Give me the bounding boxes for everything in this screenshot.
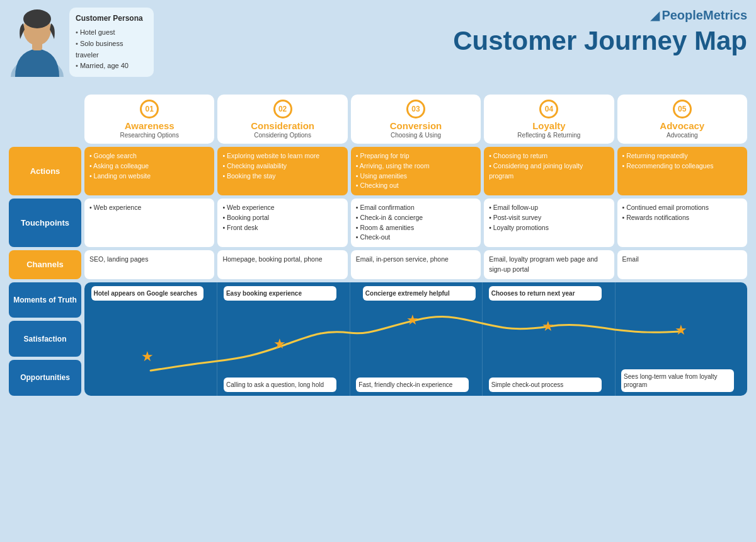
action-1-1: Google search bbox=[89, 151, 209, 161]
phase-subtitle-2: Considering Options bbox=[221, 132, 343, 139]
action-3-1: Preparing for trip bbox=[356, 151, 476, 161]
action-3-3: Using amenities bbox=[356, 171, 476, 182]
tp-4-1: Email follow-up bbox=[489, 203, 609, 213]
tp-1-1: Web experience bbox=[89, 203, 209, 213]
phase-title-2: Consideration bbox=[221, 120, 343, 132]
phase-headers-row: 01 Awareness Researching Options 02 Cons… bbox=[9, 95, 747, 144]
actions-list-3: Preparing for trip Arriving, using the r… bbox=[356, 151, 476, 191]
touchpoints-cell-1: Web experience bbox=[84, 199, 214, 247]
touchpoints-label: Touchpoints bbox=[9, 199, 81, 247]
tp-2-2: Booking portal bbox=[222, 213, 342, 223]
phase-header-2: 02 Consideration Considering Options bbox=[217, 95, 347, 144]
action-2-1: Exploring website to learn more bbox=[222, 151, 342, 161]
channels-cell-5: Email bbox=[617, 250, 747, 279]
actions-cell-2: Exploring website to learn more Checking… bbox=[217, 147, 347, 195]
phase-title-3: Conversion bbox=[355, 120, 477, 132]
channels-cell-1: SEO, landing pages bbox=[84, 250, 214, 279]
actions-cell-3: Preparing for trip Arriving, using the r… bbox=[351, 147, 481, 195]
touchpoints-list-1: Web experience bbox=[89, 203, 209, 213]
phase-title-1: Awareness bbox=[88, 120, 210, 132]
opp-box-3: Fast, friendly check-in experience bbox=[356, 378, 469, 392]
opp-box-2: Calling to ask a question, long hold bbox=[224, 378, 336, 392]
persona-item-1: Hotel guest bbox=[76, 27, 147, 38]
main-container: Customer Persona Hotel guest Solo busine… bbox=[0, 0, 756, 542]
action-5-2: Recommending to colleagues bbox=[622, 161, 742, 171]
brand-arrow-icon: ◢ bbox=[650, 8, 660, 23]
actions-label: Actions bbox=[9, 147, 81, 195]
tp-3-3: Room & amenities bbox=[356, 223, 476, 233]
phase-number-1: 01 bbox=[140, 100, 159, 118]
channels-row: Channels SEO, landing pages Homepage, bo… bbox=[9, 250, 747, 279]
page-title: Customer Journey Map bbox=[453, 26, 747, 55]
action-4-1: Choosing to return bbox=[489, 151, 609, 161]
channels-cell-2: Homepage, booking portal, phone bbox=[217, 250, 347, 279]
phase-title-4: Loyalty bbox=[488, 120, 610, 132]
persona-list: Hotel guest Solo business traveler Marri… bbox=[76, 27, 147, 71]
actions-list-1: Google search Asking a colleague Landing… bbox=[89, 151, 209, 181]
persona-section: Customer Persona Hotel guest Solo busine… bbox=[9, 8, 154, 77]
tp-4-3: Loyalty promotions bbox=[489, 223, 609, 233]
tp-3-4: Check-out bbox=[356, 233, 476, 243]
actions-list-4: Choosing to return Considering and joini… bbox=[489, 151, 609, 181]
opp-box-5: Sees long-term value from loyalty progra… bbox=[621, 369, 734, 392]
satisfaction-label: Satisfaction bbox=[9, 321, 81, 357]
actions-cell-4: Choosing to return Considering and joini… bbox=[484, 147, 614, 195]
tp-2-1: Web experience bbox=[222, 203, 342, 213]
action-5-1: Returning repeatedly bbox=[622, 151, 742, 161]
touchpoints-list-3: Email confirmation Check-in & concierge … bbox=[356, 203, 476, 243]
actions-cell-1: Google search Asking a colleague Landing… bbox=[84, 147, 214, 195]
action-1-3: Landing on website bbox=[89, 171, 209, 182]
phase-title-5: Advocacy bbox=[621, 120, 743, 132]
tp-5-2: Rewards notifications bbox=[622, 213, 742, 223]
action-4-2: Considering and joining loyalty program bbox=[489, 161, 609, 182]
touchpoints-cell-3: Email confirmation Check-in & concierge … bbox=[351, 199, 481, 247]
touchpoints-list-4: Email follow-up Post-visit survey Loyalt… bbox=[489, 203, 609, 233]
actions-list-5: Returning repeatedly Recommending to col… bbox=[622, 151, 742, 171]
avatar bbox=[9, 8, 66, 77]
touchpoints-cell-4: Email follow-up Post-visit survey Loyalt… bbox=[484, 199, 614, 247]
channels-label: Channels bbox=[9, 250, 81, 279]
phase-subtitle-3: Choosing & Using bbox=[355, 132, 477, 139]
tp-3-2: Check-in & concierge bbox=[356, 213, 476, 223]
actions-row: Actions Google search Asking a colleague… bbox=[9, 147, 747, 195]
header-empty-cell bbox=[9, 95, 81, 144]
action-3-4: Checking out bbox=[356, 181, 476, 191]
star-1: ★ bbox=[141, 349, 154, 365]
opp-box-4: Simple check-out process bbox=[489, 378, 602, 392]
moments-label: Moments of Truth bbox=[9, 282, 81, 318]
mot-label-column: Moments of Truth Satisfaction Opportunit… bbox=[9, 282, 81, 396]
phase-header-5: 05 Advocacy Advocating bbox=[617, 95, 747, 144]
tp-5-1: Continued email promotions bbox=[622, 203, 742, 213]
actions-list-2: Exploring website to learn more Checking… bbox=[222, 151, 342, 181]
phase-subtitle-1: Researching Options bbox=[88, 132, 210, 139]
star-2: ★ bbox=[273, 336, 286, 352]
tp-2-3: Front desk bbox=[222, 223, 342, 233]
svg-point-3 bbox=[23, 9, 51, 28]
phase-subtitle-4: Reflecting & Returning bbox=[488, 132, 610, 139]
brand-name: PeopleMetrics bbox=[662, 8, 747, 23]
touchpoints-list-5: Continued email promotions Rewards notif… bbox=[622, 203, 742, 223]
star-5: ★ bbox=[675, 322, 687, 338]
phase-subtitle-5: Advocating bbox=[621, 132, 743, 139]
phase-number-2: 02 bbox=[273, 100, 292, 118]
tp-3-1: Email confirmation bbox=[356, 203, 476, 213]
touchpoints-list-2: Web experience Booking portal Front desk bbox=[222, 203, 342, 233]
persona-item-3: Married, age 40 bbox=[76, 61, 147, 72]
mot-combined-area: Hotel appears on Google searches Easy bo… bbox=[84, 282, 747, 396]
action-2-2: Checking availability bbox=[222, 161, 342, 171]
touchpoints-cell-5: Continued email promotions Rewards notif… bbox=[617, 199, 747, 247]
header-row: Customer Persona Hotel guest Solo busine… bbox=[9, 8, 747, 89]
phase-header-1: 01 Awareness Researching Options bbox=[84, 95, 214, 144]
touchpoints-row: Touchpoints Web experience Web experienc… bbox=[9, 199, 747, 247]
phase-number-4: 04 bbox=[539, 100, 558, 118]
title-section: ◢ PeopleMetrics Customer Journey Map bbox=[154, 8, 747, 55]
channels-cell-3: Email, in-person service, phone bbox=[351, 250, 481, 279]
touchpoints-cell-2: Web experience Booking portal Front desk bbox=[217, 199, 347, 247]
phase-number-5: 05 bbox=[673, 100, 692, 118]
action-3-2: Arriving, using the room bbox=[356, 161, 476, 171]
actions-cell-5: Returning repeatedly Recommending to col… bbox=[617, 147, 747, 195]
star-4: ★ bbox=[542, 318, 554, 335]
tp-4-2: Post-visit survey bbox=[489, 213, 609, 223]
opportunities-label: Opportunities bbox=[9, 360, 81, 396]
brand-logo: ◢ PeopleMetrics bbox=[650, 8, 747, 23]
